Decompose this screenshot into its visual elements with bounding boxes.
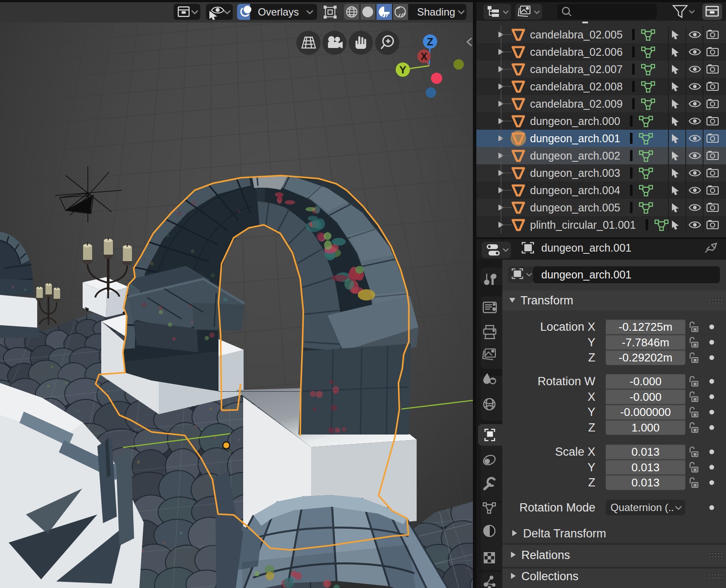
svg-text:Y: Y	[588, 406, 595, 419]
svg-text:Y: Y	[588, 336, 595, 349]
svg-text:-7.7846m: -7.7846m	[622, 336, 669, 349]
svg-text:Z: Z	[588, 421, 596, 434]
svg-text:Z: Z	[588, 351, 596, 364]
svg-text:Rotation Mode: Rotation Mode	[519, 501, 595, 514]
svg-text:Shading: Shading	[417, 6, 455, 18]
svg-text:-0.29202m: -0.29202m	[619, 351, 672, 364]
svg-text:Rotation W: Rotation W	[537, 375, 595, 388]
svg-text:-0.12725m: -0.12725m	[619, 320, 672, 333]
svg-text:Z: Z	[427, 36, 434, 48]
svg-text:Transform: Transform	[520, 294, 573, 307]
svg-text:1.000: 1.000	[631, 421, 659, 434]
svg-text:Z: Z	[588, 476, 596, 489]
svg-text:X: X	[588, 390, 595, 403]
svg-text:Overlays: Overlays	[258, 6, 299, 18]
svg-text:0.013: 0.013	[631, 445, 659, 458]
svg-text:-0.000: -0.000	[630, 390, 662, 403]
svg-text:Relations: Relations	[521, 549, 570, 562]
svg-text:Delta Transform: Delta Transform	[523, 527, 606, 540]
svg-text:Collections: Collections	[521, 570, 578, 583]
svg-text:Y: Y	[588, 461, 595, 474]
svg-text:Y: Y	[399, 64, 406, 76]
svg-text:0.013: 0.013	[631, 476, 659, 489]
svg-text:dungeon_arch.001: dungeon_arch.001	[541, 268, 632, 281]
svg-text:Location X: Location X	[540, 320, 595, 333]
svg-text:X: X	[421, 51, 427, 62]
svg-text:0.013: 0.013	[631, 461, 659, 474]
svg-text:-0.000000: -0.000000	[620, 406, 671, 419]
svg-text:-0.000: -0.000	[630, 375, 662, 388]
svg-text:Scale X: Scale X	[555, 445, 595, 458]
svg-text:Quaternion (..: Quaternion (..	[610, 502, 674, 513]
svg-text:dungeon_arch.001: dungeon_arch.001	[541, 242, 632, 254]
